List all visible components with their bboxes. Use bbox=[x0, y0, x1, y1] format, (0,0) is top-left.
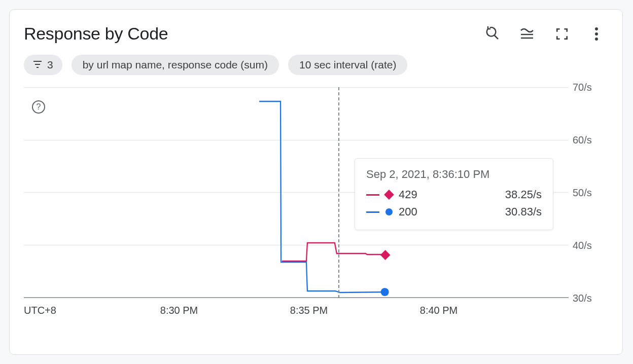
chart-card: Response by Code bbox=[9, 9, 623, 355]
hover-tooltip: Sep 2, 2021, 8:36:10 PM 429 38.25/s 200 … bbox=[355, 158, 553, 230]
card-header: Response by Code bbox=[24, 24, 608, 44]
series-line-swatch bbox=[366, 194, 379, 196]
x-tick-label: 8:35 PM bbox=[290, 305, 328, 316]
x-tick-label: 8:40 PM bbox=[420, 305, 458, 316]
chip-row: 3 by url map name, response code (sum) 1… bbox=[24, 55, 608, 75]
fullscreen-icon[interactable] bbox=[554, 26, 570, 42]
tooltip-timestamp: Sep 2, 2021, 8:36:10 PM bbox=[366, 168, 542, 181]
series-line-swatch bbox=[366, 211, 379, 213]
filter-chip[interactable]: 3 bbox=[24, 55, 62, 75]
y-tick-label: 40/s bbox=[573, 240, 608, 251]
x-tick-label: 8:30 PM bbox=[160, 305, 198, 316]
groupby-chip[interactable]: by url map name, response code (sum) bbox=[72, 55, 279, 75]
tooltip-row-200: 200 30.83/s bbox=[366, 203, 542, 221]
filter-count: 3 bbox=[47, 59, 53, 71]
filter-icon bbox=[33, 59, 42, 71]
more-options-icon[interactable] bbox=[589, 26, 604, 42]
circle-marker-icon bbox=[385, 208, 393, 215]
svg-point-9 bbox=[381, 288, 389, 296]
timezone-label: UTC+8 bbox=[24, 305, 56, 316]
y-tick-label: 70/s bbox=[573, 82, 608, 93]
y-tick-label: 60/s bbox=[573, 134, 608, 146]
diamond-marker-icon bbox=[384, 190, 394, 200]
legend-toggle-icon[interactable] bbox=[520, 26, 535, 42]
svg-line-0 bbox=[495, 35, 499, 39]
y-tick-label: 30/s bbox=[573, 293, 608, 304]
reset-zoom-icon[interactable] bbox=[485, 26, 501, 42]
interval-chip[interactable]: 10 sec interval (rate) bbox=[288, 55, 407, 75]
svg-rect-10 bbox=[380, 250, 391, 260]
plot-area: ? 70/s 60/s 50/s 40/s 30/s Sep 2, 2021, … bbox=[24, 83, 608, 316]
y-tick-label: 50/s bbox=[573, 187, 608, 199]
crosshair-line bbox=[338, 87, 339, 298]
chart-title: Response by Code bbox=[24, 24, 168, 44]
svg-point-4 bbox=[595, 32, 598, 35]
svg-point-5 bbox=[595, 38, 598, 41]
svg-point-3 bbox=[595, 27, 598, 30]
tooltip-row-429: 429 38.25/s bbox=[366, 186, 542, 203]
chart-toolbar bbox=[485, 26, 608, 42]
